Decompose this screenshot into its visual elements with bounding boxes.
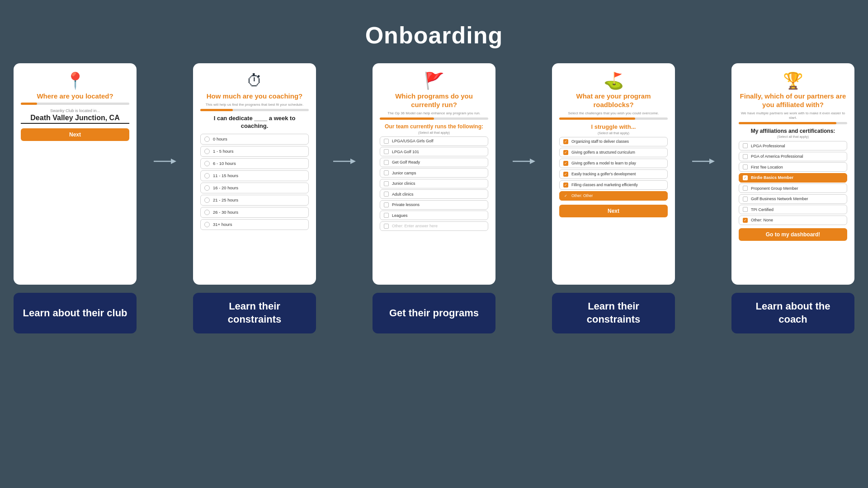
aff-birdie[interactable]: ✓Birdie Basics Member: [739, 173, 847, 183]
card4-subheader: (Select all that apply): [598, 131, 629, 135]
aff-pga-pro[interactable]: PGA of America Professional: [739, 152, 847, 161]
card2-question: I can dedicate ____ a week to coaching.: [200, 115, 309, 130]
affiliations-sub: (Select all that apply): [777, 135, 809, 139]
cards-row: 📍 Where are you located? Swanky Club is …: [14, 63, 854, 333]
svg-marker-1: [171, 159, 176, 164]
label-3: Get their programs: [373, 293, 495, 333]
roadblock-1[interactable]: ✓Organizing staff to deliver classes: [559, 137, 668, 146]
card1-title: Where are you located?: [37, 92, 113, 101]
cb-junior-camps[interactable]: Junior camps: [380, 168, 488, 178]
roadblock-4[interactable]: ✓Easily tracking a golfer's development: [559, 169, 668, 179]
label-2: Learn their constraints: [193, 293, 316, 333]
location-label: Swanky Club is located in...: [50, 108, 100, 113]
card-affiliations: 🏆 Finally, which of our partners are you…: [731, 63, 854, 285]
roadblock-2[interactable]: ✓Giving golfers a structured curriculum: [559, 148, 668, 157]
affiliations-title: My affiliations and certifications:: [751, 128, 835, 134]
card4-next-button[interactable]: Next: [559, 205, 668, 217]
arrow-3: [512, 156, 536, 167]
aff-tpi[interactable]: TPI Certified: [739, 205, 847, 214]
cb-lpga-golf101[interactable]: LPGA Golf 101: [380, 147, 488, 156]
radio-1-5h[interactable]: 1 - 5 hours: [200, 146, 309, 157]
roadblock-3[interactable]: ✓Giving golfers a model to learn to play: [559, 159, 668, 168]
cb-other[interactable]: Other: Enter answer here: [380, 221, 488, 231]
card5-dashboard-button[interactable]: Go to my dashboard!: [739, 228, 847, 241]
card-column-3: 🚩 Which programs do you currently run? T…: [373, 63, 495, 333]
card3-subheader: (Select all that apply): [418, 131, 450, 135]
arrow-2: [333, 156, 356, 167]
card1-next-button[interactable]: Next: [21, 128, 129, 141]
golf-icon: ⛳: [604, 71, 624, 90]
label-4: Learn their constraints: [552, 293, 675, 333]
radio-16-20h[interactable]: 16 - 20 hours: [200, 183, 309, 193]
cb-leagues[interactable]: Leagues: [380, 211, 488, 220]
card-location: 📍 Where are you located? Swanky Club is …: [14, 63, 137, 285]
roadblock-5[interactable]: ✓Filling classes and marketing efficient…: [559, 180, 668, 190]
radio-21-25h[interactable]: 21 - 25 hours: [200, 195, 309, 206]
aff-proponent[interactable]: Proponent Group Member: [739, 183, 847, 193]
card-coaching: ⏱ How much are you coaching? This will h…: [193, 63, 316, 285]
svg-marker-3: [350, 159, 356, 164]
card5-subtitle: We have multiple partners we work with t…: [739, 111, 847, 121]
timer-icon: ⏱: [246, 71, 263, 90]
card3-header: Our team currently runs the following:: [385, 123, 483, 130]
label-5: Learn about the coach: [731, 293, 854, 333]
trophy-icon: 🏆: [783, 71, 803, 90]
page-title: Onboarding: [365, 22, 503, 49]
progress-bar-4: [559, 117, 668, 120]
cb-lpga-usga[interactable]: LPGA/USGA Girls Golf: [380, 136, 488, 146]
card-column-4: ⛳ What are your program roadblocks? Sele…: [552, 63, 675, 333]
cb-get-golf-ready[interactable]: Get Golf Ready: [380, 158, 488, 167]
cb-adult-clinics[interactable]: Adult clinics: [380, 189, 488, 199]
svg-marker-5: [530, 159, 535, 164]
card3-subtitle: The Op 36 Model can help enhance any pro…: [387, 111, 480, 116]
aff-gbn[interactable]: Golf Business Network Member: [739, 194, 847, 204]
arrow-1: [153, 156, 177, 167]
radio-0h[interactable]: 0 hours: [200, 134, 309, 145]
aff-first-tee[interactable]: First Tee Location: [739, 162, 847, 172]
flag-icon: 🚩: [424, 71, 444, 90]
radio-31h[interactable]: 31+ hours: [200, 219, 309, 230]
radio-6-10h[interactable]: 6 - 10 hours: [200, 158, 309, 169]
roadblock-other[interactable]: ✓Other: Other: [559, 191, 668, 201]
card-programs: 🚩 Which programs do you currently run? T…: [373, 63, 495, 285]
radio-11-15h[interactable]: 11 - 15 hours: [200, 170, 309, 181]
cb-private-lessons[interactable]: Private lessons: [380, 200, 488, 210]
card4-subtitle: Select the challenges that you wish you …: [568, 111, 659, 116]
card2-subtitle: This will help us find the programs that…: [206, 103, 304, 107]
card5-title: Finally, which of our partners are you a…: [739, 92, 847, 109]
card-column-2: ⏱ How much are you coaching? This will h…: [193, 63, 316, 333]
svg-marker-7: [709, 159, 715, 164]
card-column-5: 🏆 Finally, which of our partners are you…: [731, 63, 854, 333]
progress-bar-2: [200, 109, 309, 111]
cb-junior-clinics[interactable]: Junior clinics: [380, 179, 488, 188]
location-icon: 📍: [65, 71, 85, 90]
aff-other-none[interactable]: ✓Other: None: [739, 216, 847, 225]
card-column-1: 📍 Where are you located? Swanky Club is …: [14, 63, 137, 333]
progress-bar-1: [21, 103, 129, 105]
location-value: Death Valley Junction, CA: [21, 114, 129, 124]
arrow-4: [692, 156, 715, 167]
card2-title: How much are you coaching?: [207, 92, 303, 101]
card-roadblocks: ⛳ What are your program roadblocks? Sele…: [552, 63, 675, 285]
card4-question: I struggle with...: [591, 123, 636, 130]
label-1: Learn about their club: [14, 293, 137, 333]
radio-26-30h[interactable]: 26 - 30 hours: [200, 207, 309, 218]
card3-title: Which programs do you currently run?: [380, 92, 488, 109]
aff-lpga-pro[interactable]: LPGA Professional: [739, 141, 847, 150]
progress-bar-5: [739, 122, 847, 124]
card4-title: What are your program roadblocks?: [559, 92, 668, 109]
progress-bar-3: [380, 117, 488, 120]
